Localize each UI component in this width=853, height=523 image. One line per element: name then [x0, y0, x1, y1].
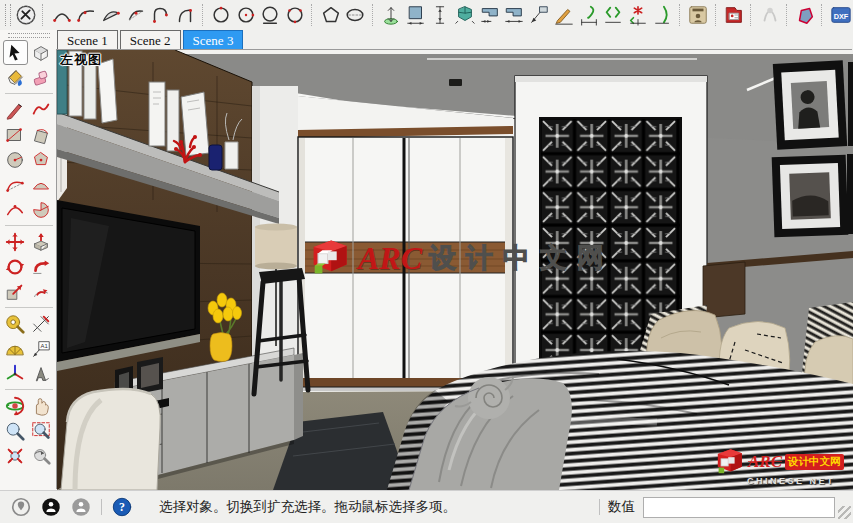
- scene-tab-2[interactable]: Scene 2: [120, 30, 181, 50]
- previous-view-button[interactable]: [29, 443, 54, 468]
- circle-point-button[interactable]: [234, 3, 257, 28]
- scene-tab-3[interactable]: Scene 3: [183, 30, 244, 50]
- two-point-arc-icon: [30, 174, 52, 196]
- help-icon: ?: [111, 496, 133, 518]
- scale-button[interactable]: [3, 279, 28, 304]
- two-point-arc-button[interactable]: [29, 172, 54, 197]
- arc-tangent-button[interactable]: [174, 3, 197, 28]
- dxf-export-button[interactable]: DXF: [829, 3, 852, 28]
- tv[interactable]: [57, 200, 200, 371]
- protractor-button[interactable]: [3, 336, 28, 361]
- 3d-viewport[interactable]: 左视图 ARC 设计中文网: [57, 50, 853, 490]
- rotated-rectangle-icon: [30, 124, 52, 146]
- circle-underline-button[interactable]: [259, 3, 282, 28]
- area-polygon-button[interactable]: [794, 3, 817, 28]
- push-pull-button[interactable]: [29, 229, 54, 254]
- scene-render[interactable]: [57, 50, 853, 490]
- offset-button[interactable]: [29, 279, 54, 304]
- arc-pie-button[interactable]: [124, 3, 147, 28]
- dim-arc-button[interactable]: [577, 3, 600, 28]
- help-button[interactable]: ?: [111, 496, 133, 518]
- arc-tangent-icon: [174, 4, 196, 26]
- headboard-panel[interactable]: [703, 262, 745, 318]
- zoom-extents-icon: [4, 445, 26, 467]
- paint-button[interactable]: [3, 65, 28, 90]
- select-icon: [4, 42, 26, 64]
- arc-sector-button[interactable]: [100, 3, 123, 28]
- wardrobe[interactable]: [298, 126, 513, 391]
- rotate-icon: [4, 256, 26, 278]
- arc-continue-button[interactable]: [149, 3, 172, 28]
- toolbar-separator: [372, 4, 375, 26]
- zoom-extents-button[interactable]: [3, 443, 28, 468]
- component-library-button[interactable]: [723, 3, 746, 28]
- dim-edit-button[interactable]: [553, 3, 576, 28]
- dim-section-b-button[interactable]: [503, 3, 526, 28]
- rotated-rectangle-button[interactable]: [29, 122, 54, 147]
- three-point-arc-button[interactable]: [3, 197, 28, 222]
- dim-section-a-button[interactable]: [478, 3, 501, 28]
- zoom-button[interactable]: [3, 418, 28, 443]
- dim-volume-button[interactable]: [454, 3, 477, 28]
- circle-tool-button[interactable]: [3, 147, 28, 172]
- line-button[interactable]: [3, 97, 28, 122]
- ellipse-button[interactable]: [344, 3, 367, 28]
- dim-leader-button[interactable]: [528, 3, 551, 28]
- sign-in-button[interactable]: [70, 496, 92, 518]
- paint-icon: [4, 67, 26, 89]
- plugin-disabled-icon: [759, 4, 781, 26]
- polygon-tool-icon: [30, 149, 52, 171]
- dim-remove-button[interactable]: [627, 3, 650, 28]
- axes-button[interactable]: [3, 361, 28, 386]
- model-info-button[interactable]: [687, 3, 710, 28]
- toolbar-grip[interactable]: [5, 4, 11, 26]
- dim-area-button[interactable]: [404, 3, 427, 28]
- orbit-button[interactable]: [3, 393, 28, 418]
- text-button[interactable]: A1: [29, 336, 54, 361]
- geolocation-button[interactable]: [10, 496, 32, 518]
- attribution-button[interactable]: [40, 496, 62, 518]
- chair[interactable]: [61, 389, 160, 490]
- rotate-button[interactable]: [3, 254, 28, 279]
- scene-tab-1[interactable]: Scene 1: [57, 30, 118, 50]
- plugin-disabled-button[interactable]: [758, 3, 781, 28]
- plugin-wheel-icon: [15, 4, 37, 26]
- dim-section-a-icon: [479, 4, 501, 26]
- pan-button[interactable]: [29, 393, 54, 418]
- palette-divider: [5, 225, 53, 226]
- resize-grip[interactable]: [838, 506, 851, 519]
- dim-remove-icon: [627, 4, 649, 26]
- circle-points-button[interactable]: [284, 3, 307, 28]
- measurement-label: 数值: [608, 498, 635, 516]
- palette-grip[interactable]: [8, 33, 50, 38]
- push-pull-icon: [30, 231, 52, 253]
- circle-button[interactable]: [209, 3, 232, 28]
- 3d-text-button[interactable]: [29, 361, 54, 386]
- dim-height-button[interactable]: [379, 3, 402, 28]
- make-component-button[interactable]: [29, 40, 54, 65]
- follow-me-button[interactable]: [29, 254, 54, 279]
- tape-measure-button[interactable]: [3, 311, 28, 336]
- select-button[interactable]: [3, 40, 28, 65]
- eraser-button[interactable]: [29, 65, 54, 90]
- arc-button[interactable]: [75, 3, 98, 28]
- pie-tool-button[interactable]: [29, 197, 54, 222]
- move-button[interactable]: [3, 229, 28, 254]
- arc-two-point-button[interactable]: [50, 3, 73, 28]
- zoom-window-button[interactable]: [29, 418, 54, 443]
- dim-brackets-button[interactable]: [602, 3, 625, 28]
- dim-paren-button[interactable]: [652, 3, 675, 28]
- freehand-button[interactable]: [29, 97, 54, 122]
- polygon-button[interactable]: [319, 3, 342, 28]
- measurement-input[interactable]: [643, 497, 835, 518]
- line-icon: [4, 99, 26, 121]
- rectangle-button[interactable]: [3, 122, 28, 147]
- arc-tool-button[interactable]: [3, 172, 28, 197]
- polygon-tool-button[interactable]: [29, 147, 54, 172]
- dimension-button[interactable]: [29, 311, 54, 336]
- plugin-wheel-button[interactable]: [15, 3, 38, 28]
- dim-vertical-button[interactable]: [429, 3, 452, 28]
- circle-icon: [210, 4, 232, 26]
- polygon-icon: [320, 4, 342, 26]
- view-name-label: 左视图: [60, 51, 102, 69]
